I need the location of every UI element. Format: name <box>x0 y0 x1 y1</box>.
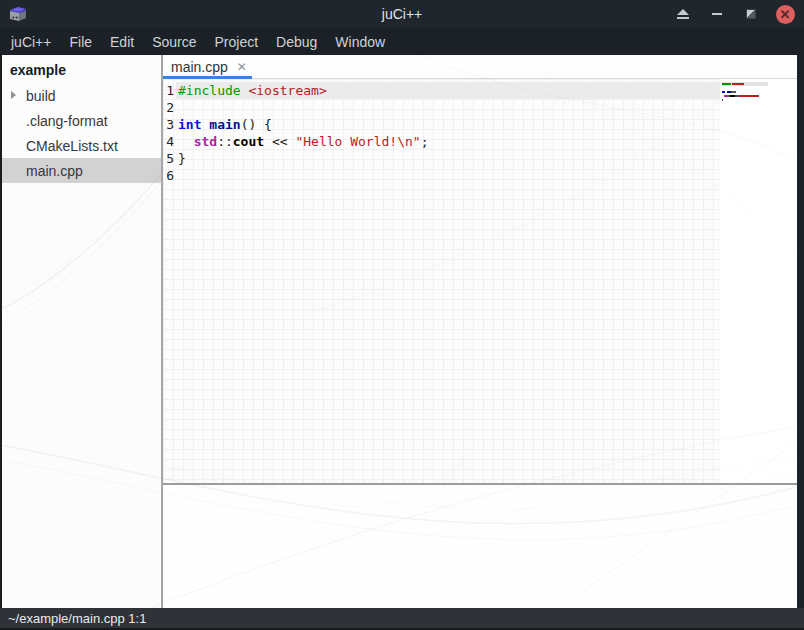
code-line <box>178 167 428 184</box>
tree-item-main-cpp[interactable]: main.cpp <box>2 158 161 183</box>
output-panel[interactable] <box>163 485 797 608</box>
menubar: juCi++FileEditSourceProjectDebugWindow <box>0 28 804 55</box>
window-right-border <box>797 55 804 608</box>
menu-juci[interactable]: juCi++ <box>2 30 60 54</box>
code-lines: #include <iostream>int main() { std::cou… <box>176 82 428 184</box>
minimap-line <box>722 102 795 106</box>
tree-item-label: .clang-format <box>26 113 108 129</box>
statusbar-path: ~/example/main.cpp 1:1 <box>8 611 146 626</box>
eject-icon <box>677 9 689 19</box>
close-icon: ✕ <box>776 5 795 24</box>
app-window: ++ juCi++ ✕ juCi++FileEditSourceProjectD… <box>0 0 804 630</box>
titlebar: ++ juCi++ ✕ <box>0 0 804 28</box>
editor-text-region[interactable]: 123456 #include <iostream>int main() { s… <box>163 79 720 483</box>
project-root-label: example <box>2 55 161 83</box>
menu-edit[interactable]: Edit <box>101 30 143 54</box>
code-line: #include <iostream> <box>178 82 428 99</box>
code-line: int main() { <box>178 116 428 133</box>
tree-item--clang-format[interactable]: .clang-format <box>2 108 161 133</box>
editor-column: main.cpp ✕ 123456 #include <iostream>int… <box>161 55 797 608</box>
line-number: 2 <box>163 99 174 116</box>
minimize-icon <box>712 13 722 15</box>
app-logo-icon: ++ <box>8 5 28 23</box>
line-number-gutter: 123456 <box>163 82 176 184</box>
code-line: } <box>178 150 428 167</box>
line-number: 3 <box>163 116 174 133</box>
tab-main-cpp[interactable]: main.cpp ✕ <box>163 55 258 79</box>
tree-item-build[interactable]: build <box>2 83 161 108</box>
restore-icon <box>746 9 756 19</box>
file-tree-panel: example build.clang-formatCMakeLists.txt… <box>2 55 161 608</box>
code-wrap: 123456 #include <iostream>int main() { s… <box>163 82 428 184</box>
statusbar: ~/example/main.cpp 1:1 <box>0 608 804 630</box>
keep-above-icon[interactable] <box>672 3 694 25</box>
file-tree: build.clang-formatCMakeLists.txtmain.cpp <box>2 83 161 183</box>
tree-item-label: build <box>26 88 56 104</box>
menu-debug[interactable]: Debug <box>267 30 326 54</box>
minimap-rows <box>722 82 795 106</box>
tab-close-icon[interactable]: ✕ <box>237 61 247 73</box>
close-button[interactable]: ✕ <box>774 3 796 25</box>
menu-window[interactable]: Window <box>326 30 394 54</box>
tab-label: main.cpp <box>171 59 228 75</box>
content-area: example build.clang-formatCMakeLists.txt… <box>0 55 804 608</box>
line-number: 4 <box>163 133 174 150</box>
minimap[interactable] <box>720 79 797 483</box>
code-line: std::cout << "Hello World!\n"; <box>178 133 428 150</box>
line-number: 5 <box>163 150 174 167</box>
menu-file[interactable]: File <box>60 30 101 54</box>
menu-source[interactable]: Source <box>143 30 205 54</box>
window-controls: ✕ <box>672 3 796 25</box>
tree-item-cmakelists-txt[interactable]: CMakeLists.txt <box>2 133 161 158</box>
code-editor[interactable]: 123456 #include <iostream>int main() { s… <box>163 79 797 483</box>
tree-item-label: CMakeLists.txt <box>26 138 118 154</box>
tabbar: main.cpp ✕ <box>163 55 797 79</box>
line-number: 6 <box>163 167 174 184</box>
svg-text:++: ++ <box>12 14 20 20</box>
expander-icon[interactable] <box>11 91 16 99</box>
minimize-button[interactable] <box>706 3 728 25</box>
menu-project[interactable]: Project <box>206 30 268 54</box>
restore-button[interactable] <box>740 3 762 25</box>
tree-item-label: main.cpp <box>26 163 83 179</box>
line-number: 1 <box>163 82 174 99</box>
code-line <box>178 99 428 116</box>
